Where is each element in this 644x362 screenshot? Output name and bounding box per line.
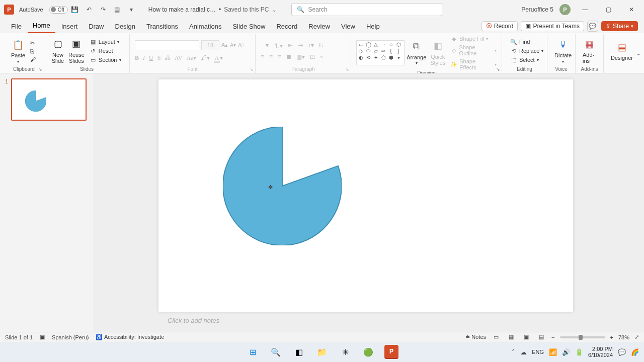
notifications-icon[interactable]: 💬: [618, 348, 626, 356]
present-teams-button[interactable]: ▣Present in Teams: [521, 21, 584, 31]
indent-inc-button[interactable]: ⇥: [298, 42, 303, 50]
explorer-icon[interactable]: 📁: [315, 345, 329, 359]
slideshow-view-button[interactable]: ▤: [536, 333, 546, 341]
align-text-button[interactable]: ⊡: [310, 53, 315, 60]
normal-view-button[interactable]: ▭: [491, 333, 501, 341]
font-size-input[interactable]: [201, 40, 219, 50]
tab-file[interactable]: File: [6, 21, 27, 33]
reuse-slides-button[interactable]: ▣Reuse Slides: [66, 37, 87, 65]
paste-button[interactable]: 📋Paste▾: [9, 37, 27, 65]
user-avatar[interactable]: P: [559, 4, 571, 15]
collapse-ribbon-icon[interactable]: ⌄: [636, 50, 641, 57]
numbering-button[interactable]: ⒈▾: [274, 42, 283, 50]
slide[interactable]: ✥: [158, 79, 573, 312]
save-icon[interactable]: 💾: [70, 5, 79, 14]
layout-button[interactable]: ▦Layout▾: [90, 38, 121, 45]
minimize-button[interactable]: —: [577, 4, 594, 16]
title-chevron-icon[interactable]: ⌄: [272, 7, 276, 13]
tab-draw[interactable]: Draw: [84, 21, 109, 33]
arrange-button[interactable]: ⧉Arrange▾: [405, 39, 428, 67]
comments-button[interactable]: 💬: [587, 21, 598, 32]
align-center-button[interactable]: ≡: [269, 53, 273, 60]
chrome-icon[interactable]: 🟢: [361, 345, 375, 359]
bold-button[interactable]: B: [135, 54, 139, 62]
shape-outline-button[interactable]: ◇Shape Outline▾: [450, 44, 497, 56]
autosave-toggle[interactable]: Off: [49, 6, 68, 14]
tab-record[interactable]: Record: [271, 21, 302, 33]
sorter-view-button[interactable]: ▦: [506, 333, 516, 341]
slack-icon[interactable]: ✳: [338, 345, 352, 359]
tab-home[interactable]: Home: [28, 20, 55, 33]
slide-thumbnail-1[interactable]: [11, 78, 87, 121]
new-slide-button[interactable]: ▢New Slide: [49, 37, 66, 65]
slide-indicator[interactable]: Slide 1 of 1: [5, 334, 33, 340]
bullets-button[interactable]: ≣▾: [261, 42, 269, 50]
zoom-slider[interactable]: [560, 336, 605, 338]
paragraph-launcher[interactable]: ↘: [345, 67, 349, 72]
shapes-gallery[interactable]: ▭◯△→☆⬡ ◇⬭▱⇨{} ◐⟲✦⬠⬢▾: [356, 40, 405, 65]
tab-animations[interactable]: Animations: [184, 21, 226, 33]
font-color-button[interactable]: A▾: [214, 54, 223, 62]
strike-button[interactable]: S: [157, 54, 161, 62]
font-launcher[interactable]: ↘: [250, 67, 254, 72]
spacing-button[interactable]: AV: [175, 54, 183, 62]
addins-button[interactable]: ▦Add-ins: [581, 37, 598, 65]
copy-icon[interactable]: ⎘: [30, 48, 36, 54]
smartart-button[interactable]: ⌁: [320, 53, 324, 60]
quick-styles-button[interactable]: ◧Quick Styles: [428, 39, 447, 67]
zoom-out-button[interactable]: −: [551, 334, 554, 340]
wifi-icon[interactable]: 📶: [549, 348, 557, 356]
designer-button[interactable]: ▤Designer: [609, 40, 635, 62]
tab-slideshow[interactable]: Slide Show: [227, 21, 270, 33]
dictate-button[interactable]: 🎙Dictate▾: [552, 37, 574, 65]
slide-canvas-area[interactable]: ✥ Click to add notes: [93, 73, 644, 332]
redo-icon[interactable]: ↷: [99, 5, 108, 14]
replace-button[interactable]: ⟲Replace▾: [510, 47, 543, 54]
start-button[interactable]: ⊞: [246, 345, 260, 359]
powerpoint-taskbar-icon[interactable]: P: [384, 345, 398, 359]
columns-button[interactable]: ▥▾: [296, 53, 305, 60]
search-box[interactable]: 🔍 Search: [291, 3, 442, 16]
volume-icon[interactable]: 🔊: [562, 348, 570, 356]
underline-button[interactable]: U: [149, 54, 153, 62]
shape-effects-button[interactable]: ✨Shape Effects▾: [450, 58, 497, 70]
tray-chevron-icon[interactable]: ˄: [512, 348, 515, 356]
section-button[interactable]: ▭Section▾: [90, 56, 121, 63]
tab-design[interactable]: Design: [110, 21, 140, 33]
zoom-percent[interactable]: 78%: [618, 334, 629, 340]
clipboard-launcher[interactable]: ↘: [38, 67, 42, 72]
drawing-launcher[interactable]: ↘: [496, 67, 500, 72]
undo-icon[interactable]: ↶: [85, 5, 94, 14]
tray-lang[interactable]: ENG: [532, 349, 544, 355]
task-view-icon[interactable]: ◧: [292, 345, 306, 359]
zoom-in-button[interactable]: +: [610, 334, 613, 340]
italic-button[interactable]: I: [143, 54, 145, 62]
clock[interactable]: 2:00 PM 6/10/2024: [588, 346, 613, 358]
tab-review[interactable]: Review: [303, 21, 335, 33]
tab-insert[interactable]: Insert: [56, 21, 83, 33]
format-painter-icon[interactable]: 🖌: [30, 56, 36, 62]
pie-shape[interactable]: [223, 127, 342, 245]
onedrive-icon[interactable]: ☁: [520, 348, 527, 356]
notes-placeholder[interactable]: Click to add notes: [158, 315, 624, 328]
shape-fill-button[interactable]: ◆Shape Fill▾: [450, 35, 497, 42]
align-left-button[interactable]: ≡: [261, 53, 264, 60]
from-beginning-icon[interactable]: ▤: [113, 5, 122, 14]
shrink-font-icon[interactable]: A▾: [230, 42, 236, 48]
align-right-button[interactable]: ≡: [278, 53, 281, 60]
fit-to-window-button[interactable]: ⤢: [634, 334, 639, 340]
accessibility-indicator[interactable]: ♿ Accessibility: Investigate: [96, 334, 164, 340]
user-name[interactable]: Peruoffice 5: [521, 6, 553, 13]
copilot-icon[interactable]: 🌈: [631, 348, 639, 356]
indent-dec-button[interactable]: ⇤: [288, 42, 293, 50]
reading-view-button[interactable]: ▣: [521, 333, 531, 341]
justify-button[interactable]: ≣: [286, 53, 291, 60]
share-button[interactable]: ⇪Share▾: [601, 21, 638, 31]
thumbnail-pane[interactable]: 1: [0, 73, 93, 332]
text-dir-button[interactable]: Ⅰ↓: [319, 42, 324, 50]
record-button[interactable]: ⦿Record: [481, 21, 518, 31]
spellcheck-icon[interactable]: ▣: [40, 334, 45, 340]
grow-font-icon[interactable]: A▴: [221, 42, 228, 48]
notes-toggle[interactable]: ≐ Notes: [465, 334, 486, 340]
clear-format-icon[interactable]: Aͯ: [238, 42, 244, 48]
